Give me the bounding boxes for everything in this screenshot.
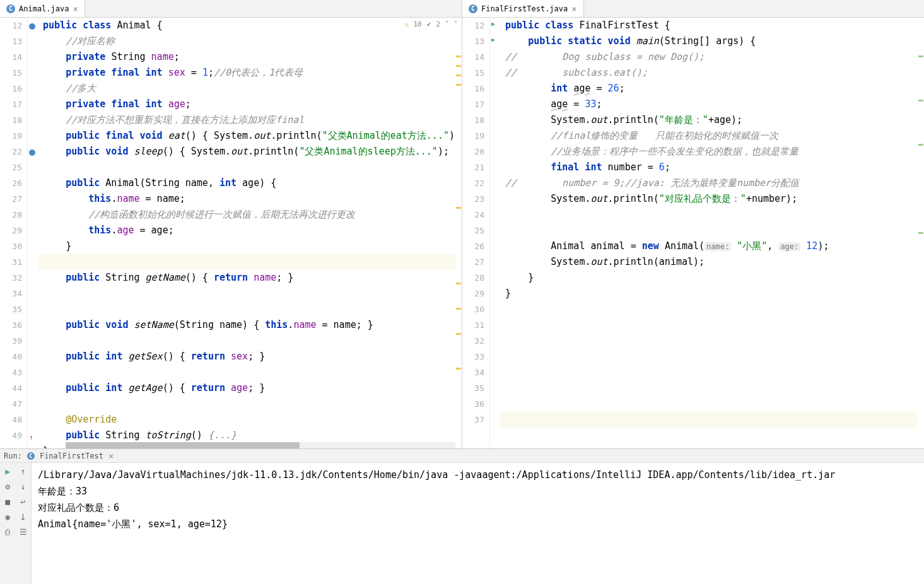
up-icon[interactable]: ↑	[18, 465, 29, 477]
typo-icon: ✔	[427, 20, 431, 28]
console-output[interactable]: /Library/Java/JavaVirtualMachines/jdk-11…	[32, 463, 924, 584]
scrollbar-thumb[interactable]	[66, 442, 300, 448]
line-number: 49	[0, 428, 22, 443]
line-number: 12	[462, 18, 484, 33]
code-area-left[interactable]: ⚠10 ✔2 ˄ ˅ public class Animal { //对应名称 …	[38, 18, 462, 448]
line-number: 48	[0, 412, 22, 428]
line-number: 32	[0, 270, 22, 286]
line-number: 22	[0, 144, 22, 160]
line-number: 25	[0, 160, 22, 175]
java-class-icon: C	[469, 4, 477, 13]
error-stripe-left[interactable]	[455, 18, 462, 448]
run-gutter-icon[interactable]: ▶	[491, 20, 499, 28]
line-number: 37	[462, 412, 484, 428]
line-number: 39	[0, 333, 22, 349]
line-number: 31	[462, 317, 484, 333]
rerun-icon[interactable]: ▶	[2, 465, 13, 477]
editors-split: 12 13 14 15 16 17 18 19 22 25 26 27 28 2…	[0, 18, 924, 448]
line-number: 18	[0, 112, 22, 128]
tab-bar: C Animal.java × C FinalFirstTest.java ×	[0, 0, 924, 18]
tab-finalfirsttest[interactable]: C FinalFirstTest.java ×	[462, 0, 584, 17]
stop-icon[interactable]: ■	[2, 496, 13, 507]
line-number: 29	[462, 286, 484, 301]
error-stripe-right[interactable]	[918, 18, 924, 448]
line-number: 36	[462, 396, 484, 412]
line-number: 35	[462, 380, 484, 396]
inspection-widget[interactable]: ⚠10 ✔2 ˄ ˅	[404, 20, 458, 28]
line-number: 22	[462, 175, 484, 191]
line-number: 43	[0, 365, 22, 380]
ide-root: C Animal.java × C FinalFirstTest.java × …	[0, 0, 924, 584]
line-number: 17	[0, 96, 22, 112]
gutter-icons-right: ▶ ▶	[490, 18, 500, 448]
warning-count: 10	[414, 20, 422, 28]
run-toolbar: ▶ ⚙ ■ ◉ ⎙ ↑ ↓ ↩ ⤓ ☰	[0, 463, 32, 584]
tabs-left-group: C Animal.java ×	[0, 0, 462, 17]
chevron-up-icon[interactable]: ˄	[445, 20, 449, 28]
java-class-icon: C	[27, 452, 35, 460]
printer-icon[interactable]: ⎙	[2, 526, 13, 537]
close-icon[interactable]: ×	[108, 451, 114, 461]
tabs-right-group: C FinalFirstTest.java ×	[462, 0, 924, 17]
line-number: 29	[0, 223, 22, 238]
code-area-right[interactable]: public class FinalFirstTest { public sta…	[500, 18, 924, 448]
wrap-icon[interactable]: ↩	[18, 496, 29, 507]
line-number: 47	[0, 396, 22, 412]
line-number: 40	[0, 349, 22, 365]
scroll-icon[interactable]: ⤓	[18, 511, 29, 522]
run-label: Run:	[4, 452, 22, 460]
gutter-left[interactable]: 12 13 14 15 16 17 18 19 22 25 26 27 28 2…	[0, 18, 28, 448]
line-number: 12	[0, 18, 22, 33]
tab-label: FinalFirstTest.java	[481, 4, 568, 13]
line-number: 18	[462, 112, 484, 128]
line-number: 30	[462, 301, 484, 317]
line-number: 14	[462, 49, 484, 65]
override-icon[interactable]	[29, 148, 37, 155]
chevron-down-icon[interactable]: ˅	[454, 20, 458, 28]
line-number: 14	[0, 49, 22, 65]
line-number: 16	[462, 81, 484, 96]
close-icon[interactable]: ×	[571, 4, 576, 14]
line-number: 56	[0, 443, 22, 448]
line-number: 17	[462, 96, 484, 112]
typo-count: 2	[436, 20, 440, 28]
line-number: 13	[0, 33, 22, 49]
line-number: 27	[0, 191, 22, 207]
gutter-icons-left: ↑	[28, 18, 38, 448]
filter-icon[interactable]: ☰	[18, 526, 29, 537]
close-icon[interactable]: ×	[73, 4, 78, 14]
run-config-name[interactable]: FinalFirstTest	[40, 452, 103, 460]
tab-animal[interactable]: C Animal.java ×	[0, 0, 85, 17]
line-number: 20	[462, 144, 484, 160]
run-gutter-icon[interactable]: ▶	[491, 36, 499, 44]
cmd-line: /Library/Java/JavaVirtualMachines/jdk-11…	[38, 469, 835, 481]
down-icon[interactable]: ↓	[18, 481, 29, 492]
line-number: 28	[462, 270, 484, 286]
camera-icon[interactable]: ◉	[2, 511, 13, 522]
override-icon[interactable]	[29, 21, 37, 29]
line-number: 26	[0, 175, 22, 191]
line-number: 26	[462, 238, 484, 254]
scrollbar-horizontal[interactable]	[66, 442, 455, 448]
run-tool-window: Run: C FinalFirstTest × ▶ ⚙ ■ ◉ ⎙ ↑ ↓ ↩	[0, 448, 924, 584]
settings-icon[interactable]: ⚙	[2, 481, 13, 492]
line-number: 15	[0, 65, 22, 81]
warning-icon: ⚠	[404, 20, 409, 28]
line-number: 23	[462, 191, 484, 207]
java-class-icon: C	[6, 4, 15, 13]
line-number: 27	[462, 254, 484, 270]
line-number: 28	[0, 207, 22, 223]
line-number: 13	[462, 33, 484, 49]
editor-left: 12 13 14 15 16 17 18 19 22 25 26 27 28 2…	[0, 18, 462, 448]
line-number: 36	[0, 317, 22, 333]
run-body: ▶ ⚙ ■ ◉ ⎙ ↑ ↓ ↩ ⤓ ☰ /Library/Java/JavaVi…	[0, 463, 924, 584]
implements-icon[interactable]: ↑	[29, 431, 37, 439]
line-number: 31	[0, 254, 22, 270]
editor-right: 12 13 14 15 16 17 18 19 20 21 22 23 24 2…	[462, 18, 924, 448]
line-number: 16	[0, 81, 22, 96]
line-number: 35	[0, 301, 22, 317]
line-number: 30	[0, 238, 22, 254]
line-number: 19	[462, 128, 484, 144]
output-line: 年龄是：33	[38, 486, 87, 497]
gutter-right[interactable]: 12 13 14 15 16 17 18 19 20 21 22 23 24 2…	[462, 18, 490, 448]
